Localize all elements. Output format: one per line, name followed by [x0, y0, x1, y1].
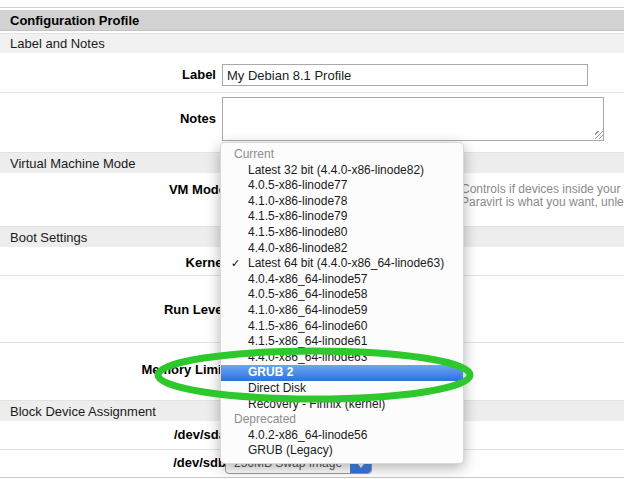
kernel-menu: CurrentLatest 32 bit (4.4.0-x86-linode82…	[220, 142, 464, 464]
kernel-menu-item[interactable]: Recovery - Finnix (kernel)	[221, 397, 463, 413]
kernel-menu-item-label: 4.1.5-x86_64-linode61	[248, 334, 367, 348]
kernel-menu-item[interactable]: Latest 32 bit (4.4.0-x86-linode82)	[221, 163, 463, 179]
kernel-menu-item-label: GRUB 2	[248, 365, 293, 379]
kernel-menu-item-label: 4.1.5-x86-linode80	[248, 225, 347, 239]
run-level-label: Run Level	[0, 299, 226, 321]
kernel-menu-item-label: 4.4.0-x86_64-linode63	[248, 350, 367, 364]
kernel-menu-item[interactable]: 4.1.5-x86_64-linode61	[221, 334, 463, 350]
top-divider	[0, 7, 624, 8]
kernel-menu-item-label: Direct Disk	[248, 381, 306, 395]
label-field-label: Label	[0, 64, 216, 86]
kernel-menu-item-label: 4.0.5-x86_64-linode58	[248, 287, 367, 301]
vm-mode-help-text: Controls if devices inside your Paravirt…	[461, 183, 624, 209]
kernel-menu-item[interactable]: 4.0.5-x86_64-linode58	[221, 287, 463, 303]
kernel-menu-item[interactable]: 4.1.5-x86-linode79	[221, 209, 463, 225]
kernel-menu-item[interactable]: Direct Disk	[221, 381, 463, 397]
kernel-menu-item[interactable]: 4.0.2-x86_64-linode56	[221, 428, 463, 444]
kernel-menu-group-header: Deprecated	[221, 412, 463, 428]
kernel-menu-item[interactable]: GRUB 2	[221, 365, 463, 381]
kernel-menu-item-label: 4.0.5-x86-linode77	[248, 178, 347, 192]
kernel-menu-item-label: Recovery - Finnix (kernel)	[248, 397, 385, 411]
kernel-menu-item-label: 4.0.2-x86_64-linode56	[248, 428, 367, 442]
vm-mode-help-line2: Paravirt is what you want, unle	[461, 196, 624, 209]
kernel-menu-item[interactable]: 4.1.0-x86-linode78	[221, 194, 463, 210]
profile-label-input[interactable]	[222, 64, 588, 86]
row-divider	[0, 92, 624, 93]
kernel-menu-item-label: Latest 64 bit (4.4.0-x86_64-linode63)	[248, 256, 444, 270]
notes-textarea[interactable]	[222, 97, 604, 141]
memory-limit-label: Memory Limit	[0, 359, 226, 381]
kernel-menu-item-label: 4.0.4-x86_64-linode57	[248, 272, 367, 286]
kernel-menu-item-label: 4.1.5-x86_64-linode60	[248, 319, 367, 333]
dev-sda-label: /dev/sda	[0, 424, 226, 446]
notes-field-label: Notes	[0, 108, 216, 130]
kernel-menu-item-label: 4.4.0-x86-linode82	[248, 241, 347, 255]
kernel-menu-item-label: Deprecated	[234, 412, 296, 426]
dev-sdb-label: /dev/sdb	[0, 452, 226, 474]
kernel-menu-item-label: 4.1.0-x86_64-linode59	[248, 303, 367, 317]
kernel-menu-item-label: 4.1.5-x86-linode79	[248, 209, 347, 223]
vm-mode-label: VM Mode	[0, 179, 226, 201]
kernel-menu-item[interactable]: 4.1.0-x86_64-linode59	[221, 303, 463, 319]
kernel-menu-item[interactable]: 4.0.4-x86_64-linode57	[221, 272, 463, 288]
kernel-menu-item[interactable]: ✓Latest 64 bit (4.4.0-x86_64-linode63)	[221, 256, 463, 272]
kernel-menu-item[interactable]: 4.1.5-x86_64-linode60	[221, 319, 463, 335]
kernel-label: Kernel	[0, 252, 226, 274]
bottom-divider	[0, 477, 624, 478]
kernel-menu-item[interactable]: 4.0.5-x86-linode77	[221, 178, 463, 194]
kernel-menu-item-label: Current	[234, 147, 274, 161]
kernel-menu-item[interactable]: 4.4.0-x86_64-linode63	[221, 350, 463, 366]
checkmark-icon: ✓	[231, 256, 240, 272]
kernel-menu-item[interactable]: GRUB (Legacy)	[221, 443, 463, 459]
resize-grip-icon[interactable]	[595, 131, 603, 139]
kernel-menu-item[interactable]: 4.4.0-x86-linode82	[221, 241, 463, 257]
kernel-menu-group-header: Current	[221, 147, 463, 163]
section-header-label-and-notes: Label and Notes	[0, 33, 624, 53]
kernel-menu-item-label: Latest 32 bit (4.4.0-x86-linode82)	[248, 163, 424, 177]
page-title: Configuration Profile	[0, 10, 624, 31]
kernel-menu-item[interactable]: 4.1.5-x86-linode80	[221, 225, 463, 241]
kernel-menu-item-label: GRUB (Legacy)	[248, 443, 333, 457]
kernel-menu-item-label: 4.1.0-x86-linode78	[248, 194, 347, 208]
